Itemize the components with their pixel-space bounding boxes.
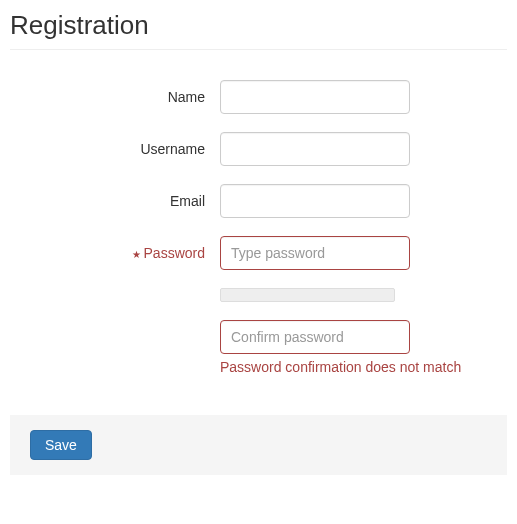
page-title: Registration xyxy=(10,10,507,50)
name-label: Name xyxy=(10,89,220,105)
username-label: Username xyxy=(10,141,220,157)
field-email: Email xyxy=(10,184,507,218)
password-strength-meter xyxy=(220,288,395,302)
form-footer: Save xyxy=(10,415,507,475)
password-input[interactable] xyxy=(220,236,410,270)
email-input[interactable] xyxy=(220,184,410,218)
field-password-confirm: Password confirmation does not match xyxy=(10,320,507,375)
registration-form: Name Username Email ★Password xyxy=(10,60,507,375)
password-confirm-input[interactable] xyxy=(220,320,410,354)
password-label-text: Password xyxy=(144,245,205,261)
save-button[interactable]: Save xyxy=(30,430,92,460)
username-input[interactable] xyxy=(220,132,410,166)
email-label: Email xyxy=(10,193,220,209)
name-input[interactable] xyxy=(220,80,410,114)
password-label: ★Password xyxy=(10,245,220,261)
required-star-icon: ★ xyxy=(132,249,141,260)
password-confirm-error: Password confirmation does not match xyxy=(220,359,507,375)
field-name: Name xyxy=(10,80,507,114)
field-username: Username xyxy=(10,132,507,166)
field-password: ★Password xyxy=(10,236,507,270)
field-password-strength xyxy=(10,288,507,302)
